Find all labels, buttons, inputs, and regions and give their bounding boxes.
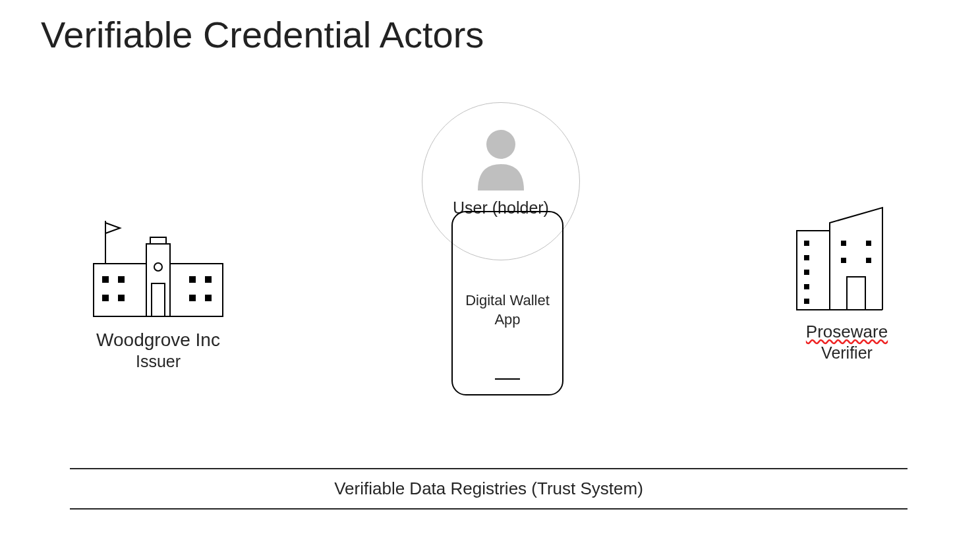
phone-home-indicator-icon bbox=[495, 378, 520, 380]
wallet-line2: App bbox=[494, 311, 520, 328]
svg-rect-0 bbox=[94, 264, 146, 316]
verifier-block: Proseware Verifier bbox=[778, 204, 916, 363]
svg-point-16 bbox=[486, 130, 515, 159]
svg-rect-1 bbox=[170, 264, 223, 316]
svg-rect-10 bbox=[103, 295, 108, 301]
user-icon bbox=[471, 128, 531, 194]
registry-label: Verifiable Data Registries (Trust System… bbox=[70, 469, 908, 508]
wallet-line1: Digital Wallet bbox=[465, 292, 550, 308]
office-building-icon bbox=[788, 204, 906, 316]
svg-rect-22 bbox=[805, 270, 809, 274]
school-building-icon bbox=[66, 218, 250, 323]
svg-rect-15 bbox=[206, 295, 211, 301]
phone-icon: Digital Wallet App bbox=[451, 211, 563, 395]
svg-rect-6 bbox=[152, 283, 165, 316]
registry-block: Verifiable Data Registries (Trust System… bbox=[70, 468, 908, 510]
svg-rect-9 bbox=[119, 277, 124, 282]
svg-rect-21 bbox=[805, 256, 809, 260]
svg-rect-19 bbox=[847, 277, 865, 310]
svg-rect-28 bbox=[867, 258, 871, 262]
svg-rect-24 bbox=[805, 299, 809, 303]
svg-rect-14 bbox=[190, 295, 195, 301]
svg-rect-13 bbox=[206, 277, 211, 282]
svg-rect-2 bbox=[146, 244, 170, 316]
svg-rect-11 bbox=[119, 295, 124, 301]
svg-rect-25 bbox=[842, 241, 846, 245]
svg-rect-20 bbox=[805, 241, 809, 245]
svg-rect-12 bbox=[190, 277, 195, 282]
wallet-app-label: Digital Wallet App bbox=[453, 291, 562, 329]
svg-rect-8 bbox=[103, 277, 108, 282]
divider-line-icon bbox=[70, 508, 908, 510]
svg-point-7 bbox=[154, 263, 162, 271]
verifier-company-label: Proseware bbox=[778, 322, 916, 342]
issuer-block: Woodgrove Inc Issuer bbox=[46, 218, 270, 371]
svg-rect-27 bbox=[842, 258, 846, 262]
svg-rect-17 bbox=[797, 231, 830, 310]
svg-rect-3 bbox=[150, 237, 166, 244]
svg-rect-26 bbox=[867, 241, 871, 245]
issuer-role-label: Issuer bbox=[46, 352, 270, 371]
svg-marker-5 bbox=[105, 223, 120, 233]
page-title: Verifiable Credential Actors bbox=[41, 13, 484, 56]
svg-rect-23 bbox=[805, 285, 809, 289]
issuer-company-label: Woodgrove Inc bbox=[46, 330, 270, 351]
verifier-role-label: Verifier bbox=[778, 343, 916, 363]
